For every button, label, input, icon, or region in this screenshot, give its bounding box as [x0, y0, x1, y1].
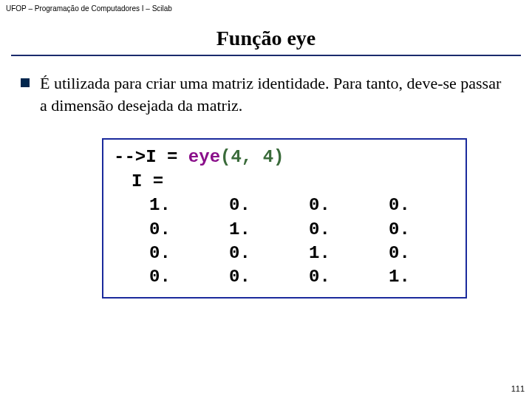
matrix-cell: 0.: [309, 265, 344, 289]
page-number: 111: [511, 384, 525, 393]
title-underline: [11, 55, 521, 56]
matrix-cell: 0.: [389, 194, 424, 217]
table-row: 0. 1. 0. 0.: [149, 218, 455, 242]
matrix-cell: 1.: [149, 194, 185, 217]
matrix-cell: 0.: [229, 242, 265, 265]
matrix-cell: 0.: [309, 218, 344, 242]
slide-title: Função eye: [0, 27, 532, 50]
code-input-line: -->I = eye(4, 4): [114, 146, 455, 169]
output-label: I =: [132, 170, 455, 194]
matrix-cell: 1.: [229, 218, 265, 242]
matrix-output: 1. 0. 0. 0. 0. 1. 0. 0. 0. 0. 1. 0. 0. 0…: [149, 194, 455, 290]
assign-text: I =: [146, 147, 188, 167]
course-header: UFOP – Programação de Computadores I – S…: [6, 4, 172, 13]
matrix-cell: 0.: [149, 218, 185, 242]
table-row: 0. 0. 0. 1.: [149, 265, 455, 289]
matrix-cell: 1.: [309, 242, 344, 265]
code-box: -->I = eye(4, 4) I = 1. 0. 0. 0. 0. 1. 0…: [102, 138, 467, 298]
table-row: 0. 0. 1. 0.: [149, 242, 455, 265]
function-args: (4, 4): [220, 147, 284, 167]
matrix-cell: 0.: [309, 194, 344, 217]
bullet-text: É utilizada para criar uma matriz identi…: [40, 72, 511, 116]
content-area: É utilizada para criar uma matriz identi…: [0, 72, 532, 299]
matrix-cell: 0.: [389, 218, 424, 242]
matrix-cell: 0.: [229, 265, 265, 289]
table-row: 1. 0. 0. 0.: [149, 194, 455, 217]
bullet-item: É utilizada para criar uma matriz identi…: [21, 72, 511, 116]
matrix-cell: 0.: [149, 242, 185, 265]
function-name: eye: [188, 147, 220, 167]
prompt-text: -->: [114, 147, 146, 167]
matrix-cell: 1.: [389, 265, 424, 289]
bullet-square-icon: [21, 78, 30, 87]
matrix-cell: 0.: [149, 265, 185, 289]
matrix-cell: 0.: [389, 242, 424, 265]
matrix-cell: 0.: [229, 194, 265, 217]
